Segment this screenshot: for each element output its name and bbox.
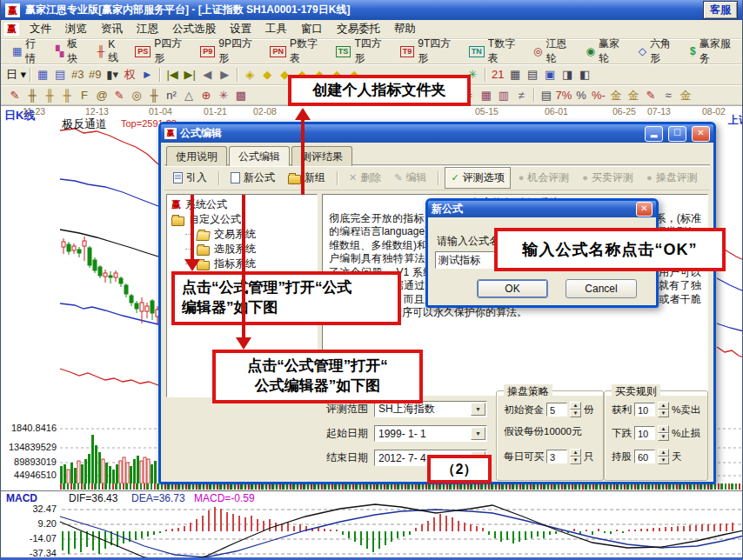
tb3-icon-7[interactable]: ◎: [128, 87, 145, 103]
tb2-icon-25[interactable]: 21: [489, 66, 506, 83]
tb2-icon-12[interactable]: ◀: [198, 66, 216, 83]
tb2-icon-3[interactable]: ▤: [51, 66, 69, 83]
spinner-up-icon[interactable]: ▲: [658, 425, 669, 433]
tb3-icon-10[interactable]: △: [180, 87, 197, 103]
tb3-icon-18[interactable]: ▥: [495, 87, 512, 103]
strategy-group-value-0[interactable]: 5: [546, 403, 567, 417]
spinner-control[interactable]: ▲▼: [570, 402, 581, 417]
spinner-down-icon[interactable]: ▼: [570, 410, 581, 417]
tab-1[interactable]: 公式编辑: [229, 146, 290, 166]
rules-group-value-2[interactable]: 60: [634, 450, 655, 463]
tb2-icon-5[interactable]: #9: [86, 66, 104, 83]
tb1-item-5[interactable]: PNP数字表: [265, 35, 328, 68]
spinner-up-icon[interactable]: ▲: [658, 449, 669, 457]
tb1-item-7[interactable]: T99T四方形: [396, 35, 462, 68]
tb3-icon-5[interactable]: @: [93, 87, 110, 103]
tb1-item-9[interactable]: ◎江恩轮: [529, 35, 579, 68]
tb3-icon-21[interactable]: ▤: [538, 87, 555, 103]
tb2-icon-11[interactable]: ▶|: [181, 66, 198, 83]
tb2-icon-8[interactable]: ►: [138, 66, 156, 83]
editor-toolbar-button-1[interactable]: 新公式: [225, 168, 280, 188]
minimize-button[interactable]: ▂: [645, 126, 663, 142]
tb3-icon-11[interactable]: ⊕: [197, 87, 215, 103]
tb2-icon-28[interactable]: ▣: [541, 66, 559, 83]
dialog-titlebar[interactable]: 新公式 ✕: [428, 201, 656, 217]
spinner-up-icon[interactable]: ▲: [570, 449, 581, 457]
tb3-icon-24[interactable]: %-: [590, 87, 607, 103]
tb3-icon-19[interactable]: ≠: [512, 87, 530, 103]
rules-group-value-0[interactable]: 10: [634, 403, 655, 417]
tb2-icon-27[interactable]: ▤: [524, 66, 541, 83]
strategy-group-value-2[interactable]: 3: [546, 450, 567, 463]
tb3-icon-2[interactable]: ╫: [41, 87, 58, 103]
tb3-icon-27[interactable]: ✎: [642, 87, 659, 103]
tb3-icon-13[interactable]: ▩: [232, 87, 250, 103]
maximize-button[interactable]: ☐: [668, 126, 686, 142]
tb2-icon-4[interactable]: #3: [69, 66, 86, 83]
tb3-icon-22[interactable]: 7%: [555, 87, 572, 103]
tb2-icon-10[interactable]: |◀: [164, 66, 181, 83]
support-button[interactable]: 客服: [703, 1, 738, 19]
combo-1[interactable]: 1999- 1- 1▼: [374, 425, 487, 442]
editor-toolbar-button-0[interactable]: 引入: [168, 168, 212, 188]
tb2-icon-16[interactable]: ◆: [258, 66, 276, 83]
tb3-icon-17[interactable]: ▦: [478, 87, 495, 103]
spinner-down-icon[interactable]: ▼: [570, 457, 581, 464]
tb3-icon-3[interactable]: ╫: [58, 87, 76, 103]
tb3-icon-8[interactable]: ╫: [145, 87, 163, 103]
tb1-item-2[interactable]: ╫K线: [93, 37, 129, 67]
rules-group-value-1[interactable]: 10: [634, 426, 655, 440]
tb2-icon-7[interactable]: 权: [121, 66, 138, 83]
tb1-item-12[interactable]: $赢家服务: [686, 35, 742, 68]
tb2-icon-26[interactable]: ▦: [506, 66, 524, 83]
tb2-icon-13[interactable]: ▶: [216, 66, 233, 83]
tb1-item-6[interactable]: TST四方形: [331, 35, 393, 68]
close-icon[interactable]: ✕: [692, 126, 710, 142]
editor-toolbar-button-5[interactable]: ✓评测选项: [445, 167, 510, 189]
tb3-icon-26[interactable]: 金: [625, 87, 642, 103]
tb1-label-7: 9T四方形: [418, 37, 458, 66]
spinner-control[interactable]: ▲▼: [570, 449, 581, 464]
annotation-create-folder: 创建个人指标文件夹: [288, 75, 471, 106]
tb1-item-8[interactable]: TNT数字表: [465, 35, 526, 68]
tb2-icon-6[interactable]: ▮▾: [104, 66, 121, 83]
tb3-icon-25[interactable]: 金: [607, 87, 625, 103]
spinner-down-icon[interactable]: ▼: [658, 410, 669, 417]
dialog-titlebar[interactable]: 赢 公式编辑 ▂ ☐ ✕: [161, 124, 713, 143]
tb1-item-11[interactable]: ◇六角形: [634, 35, 683, 68]
tb3-icon-4[interactable]: F: [76, 87, 93, 103]
tb2-icon-0[interactable]: 日 ▾: [6, 66, 26, 83]
combo-value: 2012- 7- 4: [378, 452, 426, 464]
ok-button[interactable]: OK: [477, 279, 548, 298]
tb2-icon-2[interactable]: ▦: [34, 66, 51, 83]
tb2-icon-15[interactable]: ◈: [241, 66, 258, 83]
macd-hist-value: MACD=-0.59: [194, 492, 255, 504]
tb3-icon-9[interactable]: n²: [163, 87, 180, 103]
spinner-up-icon[interactable]: ▲: [658, 402, 669, 410]
tab-0[interactable]: 使用说明: [166, 146, 227, 166]
editor-toolbar-button-2[interactable]: 新组: [283, 168, 331, 188]
tb1-item-4[interactable]: P99P四方形: [196, 35, 263, 68]
tb1-item-10[interactable]: ◉赢家轮: [581, 35, 631, 68]
tb3-icon-28[interactable]: ≈: [659, 87, 677, 103]
cancel-button[interactable]: Cancel: [566, 279, 637, 298]
tb3-icon-1[interactable]: ╫: [23, 87, 41, 103]
tb1-item-3[interactable]: PSP四方形: [131, 35, 193, 68]
tb2-icon-30[interactable]: ◧: [576, 66, 593, 83]
tb3-icon-29[interactable]: 金: [677, 87, 694, 103]
tb3-icon-12[interactable]: ✳: [215, 87, 232, 103]
spinner-control[interactable]: ▲▼: [658, 425, 669, 441]
tb1-item-1[interactable]: ▚板块: [51, 35, 90, 68]
spinner-control[interactable]: ▲▼: [658, 402, 669, 417]
tb1-icon-7: T9: [400, 46, 415, 57]
spinner-down-icon[interactable]: ▼: [658, 457, 669, 464]
tb3-icon-6[interactable]: ✎: [110, 87, 128, 103]
tb1-item-0[interactable]: ▦行情: [8, 35, 49, 68]
tb2-icon-29[interactable]: ◨: [559, 66, 576, 83]
spinner-up-icon[interactable]: ▲: [570, 402, 581, 410]
spinner-control[interactable]: ▲▼: [658, 449, 669, 464]
tb3-icon-23[interactable]: %: [572, 87, 590, 103]
spinner-down-icon[interactable]: ▼: [658, 433, 669, 441]
tb3-icon-0[interactable]: ✎: [6, 87, 23, 103]
close-icon[interactable]: ✕: [636, 202, 653, 217]
